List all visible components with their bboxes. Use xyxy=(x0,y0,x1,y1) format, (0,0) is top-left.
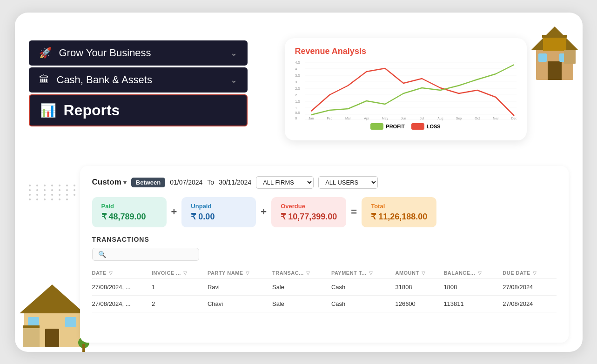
cell-due_date: 27/08/2024 xyxy=(503,278,556,295)
chart-area: 4.5 4 3.5 3 2.5 2 1.5 1 0.5 0 xyxy=(295,60,517,120)
svg-text:Sep: Sep xyxy=(456,116,461,120)
filter-icon-balance[interactable]: ▽ xyxy=(478,271,482,276)
search-bar[interactable]: 🔍 xyxy=(92,248,199,261)
firms-select[interactable]: ALL FIRMS xyxy=(256,176,314,189)
svg-text:Nov: Nov xyxy=(493,116,499,119)
svg-rect-42 xyxy=(45,329,59,347)
date-to: 30/11/2024 xyxy=(219,179,251,186)
legend-loss: LOSS xyxy=(411,123,441,130)
svg-text:0.5: 0.5 xyxy=(295,110,301,114)
cell-balance: 113811 xyxy=(443,295,503,312)
overdue-value: ₹ 10,77,399.00 xyxy=(281,212,337,222)
main-container: 🚀 Grow Your Business ⌄ 🏛 Cash, Bank & As… xyxy=(15,13,583,352)
bank-icon: 🏛 xyxy=(39,74,49,86)
sidebar-item-reports[interactable]: 📊 Reports xyxy=(29,94,248,126)
svg-text:Dec: Dec xyxy=(511,116,516,119)
svg-text:Apr: Apr xyxy=(364,116,369,120)
table-header-row: DATE ▽ INVOICE ... ▽ PARTY NAME ▽ TRANSA… xyxy=(92,267,557,279)
summary-row: Paid ₹ 48,789.00 + Unpaid ₹ 0.00 + Overd… xyxy=(92,197,557,227)
svg-text:Aug: Aug xyxy=(437,116,443,120)
unpaid-value: ₹ 0.00 xyxy=(191,212,247,222)
cell-invoice: 1 xyxy=(152,278,208,295)
svg-rect-37 xyxy=(543,36,566,51)
loss-label: LOSS xyxy=(427,124,441,129)
filter-icon-date[interactable]: ▽ xyxy=(109,271,113,276)
total-value: ₹ 11,26,188.00 xyxy=(371,212,427,222)
cell-invoice: 2 xyxy=(152,295,208,312)
filter-icon-amount[interactable]: ▽ xyxy=(422,271,426,276)
search-icon: 🔍 xyxy=(98,251,106,258)
col-transac: TRANSAC... ▽ xyxy=(272,267,331,279)
total-card: Total ₹ 11,26,188.00 xyxy=(362,197,436,227)
date-to-label: To xyxy=(207,179,214,186)
col-date: DATE ▽ xyxy=(92,267,152,279)
sidebar-item-grow-business[interactable]: 🚀 Grow Your Business ⌄ xyxy=(29,40,248,66)
cell-party: Chavi xyxy=(208,295,272,312)
overdue-label: Overdue xyxy=(281,203,337,210)
svg-rect-35 xyxy=(538,53,547,62)
search-input[interactable] xyxy=(109,251,193,258)
sidebar-item-label-grow: Grow Your Business xyxy=(59,47,151,59)
chevron-down-icon-2: ⌄ xyxy=(230,75,237,85)
svg-rect-45 xyxy=(23,326,40,347)
svg-text:Mar: Mar xyxy=(345,116,351,119)
cell-party: Ravi xyxy=(208,278,272,295)
filter-icon-transac[interactable]: ▽ xyxy=(306,271,310,276)
svg-rect-46 xyxy=(23,325,40,328)
cell-date: 27/08/2024, ... xyxy=(92,278,152,295)
svg-text:2: 2 xyxy=(295,93,297,97)
sidebar: 🚀 Grow Your Business ⌄ 🏛 Cash, Bank & As… xyxy=(29,40,248,128)
custom-dropdown[interactable]: Custom ▾ xyxy=(92,178,127,187)
filter-icon-payment[interactable]: ▽ xyxy=(369,271,373,276)
svg-text:Jan: Jan xyxy=(309,116,314,119)
svg-text:1.5: 1.5 xyxy=(295,99,301,103)
legend-profit: PROFIT xyxy=(370,123,404,130)
plus-operator-1: + xyxy=(171,206,177,218)
revenue-chart-card: Revenue Analysis 4.5 4 3.5 3 2.5 2 1.5 1… xyxy=(285,38,527,140)
unpaid-card: Unpaid ₹ 0.00 xyxy=(181,197,256,227)
filter-icon-party[interactable]: ▽ xyxy=(246,271,250,276)
between-badge: Between xyxy=(131,178,165,187)
col-amount: AMOUNT ▽ xyxy=(395,267,443,279)
users-select[interactable]: ALL USERS xyxy=(318,176,378,189)
svg-rect-34 xyxy=(548,61,562,80)
svg-rect-44 xyxy=(65,317,76,327)
profit-dot xyxy=(370,123,383,130)
transactions-tbody: 27/08/2024, ...1RaviSaleCash31808180827/… xyxy=(92,278,557,312)
sidebar-item-label-cash: Cash, Bank & Assets xyxy=(57,74,152,86)
house-top-right-image xyxy=(510,13,583,85)
col-due-date: DUE DATE ▽ xyxy=(503,267,556,279)
custom-chevron-icon: ▾ xyxy=(123,179,127,186)
profit-label: PROFIT xyxy=(386,124,404,129)
filter-icon-due-date[interactable]: ▽ xyxy=(533,271,537,276)
date-from: 01/07/2024 xyxy=(170,179,202,186)
cell-amount: 126600 xyxy=(395,295,443,312)
filter-icon-invoice[interactable]: ▽ xyxy=(183,271,188,276)
overdue-card: Overdue ₹ 10,77,399.00 xyxy=(271,197,346,227)
table-row: 27/08/2024, ...1RaviSaleCash31808180827/… xyxy=(92,278,557,295)
transactions-title: TRANSACTIONS xyxy=(92,236,557,243)
svg-text:4.5: 4.5 xyxy=(295,60,301,64)
rocket-icon: 🚀 xyxy=(39,47,52,59)
svg-text:Oct: Oct xyxy=(475,116,480,119)
chart-title: Revenue Analysis xyxy=(295,46,517,56)
content-area: Custom ▾ Between 01/07/2024 To 30/11/202… xyxy=(80,166,569,343)
svg-rect-39 xyxy=(564,50,576,64)
col-party: PARTY NAME ▽ xyxy=(208,267,272,279)
dots-pattern-bl xyxy=(29,185,86,200)
sidebar-item-cash-bank[interactable]: 🏛 Cash, Bank & Assets ⌄ xyxy=(29,67,248,93)
total-label: Total xyxy=(371,203,427,210)
paid-value: ₹ 48,789.00 xyxy=(101,212,157,222)
svg-text:4: 4 xyxy=(295,66,297,71)
sidebar-item-label-reports: Reports xyxy=(64,102,120,119)
table-row: 27/08/2024, ...2ChaviSaleCash12660011381… xyxy=(92,295,557,312)
transactions-table: DATE ▽ INVOICE ... ▽ PARTY NAME ▽ TRANSA… xyxy=(92,267,557,312)
cell-payment: Cash xyxy=(331,278,396,295)
cell-date: 27/08/2024, ... xyxy=(92,295,152,312)
col-payment: PAYMENT T... ▽ xyxy=(331,267,396,279)
cell-due_date: 27/08/2024 xyxy=(503,295,556,312)
custom-label: Custom xyxy=(92,178,121,187)
svg-text:2.5: 2.5 xyxy=(295,86,301,90)
svg-marker-41 xyxy=(20,285,85,313)
chart-legend: PROFIT LOSS xyxy=(295,123,517,130)
